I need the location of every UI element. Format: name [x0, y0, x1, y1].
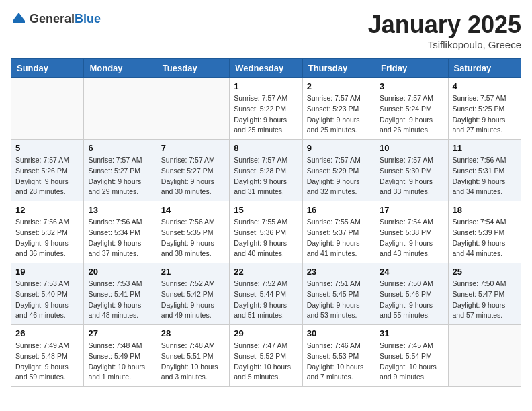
day-info: Sunrise: 7:53 AM Sunset: 5:41 PM Dayligh…	[88, 279, 152, 321]
weekday-header: Thursday	[302, 59, 375, 78]
calendar-cell	[84, 78, 157, 140]
calendar-cell: 26Sunrise: 7:49 AM Sunset: 5:48 PM Dayli…	[11, 325, 84, 387]
day-info: Sunrise: 7:56 AM Sunset: 5:34 PM Dayligh…	[88, 217, 152, 259]
calendar-cell: 30Sunrise: 7:46 AM Sunset: 5:53 PM Dayli…	[302, 325, 375, 387]
day-number: 3	[380, 81, 443, 91]
calendar-cell: 31Sunrise: 7:45 AM Sunset: 5:54 PM Dayli…	[375, 325, 448, 387]
calendar-week-row: 26Sunrise: 7:49 AM Sunset: 5:48 PM Dayli…	[11, 325, 521, 387]
day-number: 28	[161, 328, 225, 338]
calendar-cell: 4Sunrise: 7:57 AM Sunset: 5:25 PM Daylig…	[448, 78, 521, 140]
day-number: 17	[380, 205, 443, 215]
day-info: Sunrise: 7:57 AM Sunset: 5:25 PM Dayligh…	[453, 93, 517, 136]
day-info: Sunrise: 7:46 AM Sunset: 5:53 PM Dayligh…	[307, 340, 371, 383]
day-number: 1	[234, 81, 298, 91]
calendar-week-row: 5Sunrise: 7:57 AM Sunset: 5:26 PM Daylig…	[11, 140, 521, 201]
calendar-week-row: 1Sunrise: 7:57 AM Sunset: 5:22 PM Daylig…	[11, 78, 521, 140]
day-info: Sunrise: 7:49 AM Sunset: 5:48 PM Dayligh…	[15, 340, 79, 383]
weekday-header: Wednesday	[230, 59, 302, 78]
day-number: 13	[88, 205, 152, 215]
day-info: Sunrise: 7:54 AM Sunset: 5:38 PM Dayligh…	[380, 217, 443, 259]
calendar-week-row: 12Sunrise: 7:56 AM Sunset: 5:32 PM Dayli…	[11, 201, 521, 263]
calendar-cell: 19Sunrise: 7:53 AM Sunset: 5:40 PM Dayli…	[11, 263, 84, 325]
day-info: Sunrise: 7:50 AM Sunset: 5:47 PM Dayligh…	[453, 279, 517, 321]
day-info: Sunrise: 7:57 AM Sunset: 5:27 PM Dayligh…	[88, 155, 152, 197]
day-info: Sunrise: 7:57 AM Sunset: 5:30 PM Dayligh…	[380, 155, 443, 197]
calendar-cell: 8Sunrise: 7:57 AM Sunset: 5:28 PM Daylig…	[230, 140, 302, 201]
day-info: Sunrise: 7:52 AM Sunset: 5:42 PM Dayligh…	[161, 279, 225, 321]
day-info: Sunrise: 7:48 AM Sunset: 5:49 PM Dayligh…	[88, 340, 152, 383]
day-number: 21	[161, 267, 225, 277]
day-info: Sunrise: 7:47 AM Sunset: 5:52 PM Dayligh…	[234, 340, 298, 383]
day-number: 29	[234, 328, 298, 338]
weekday-header: Tuesday	[157, 59, 229, 78]
day-number: 27	[88, 328, 152, 338]
day-info: Sunrise: 7:56 AM Sunset: 5:35 PM Dayligh…	[161, 217, 225, 259]
calendar-cell: 23Sunrise: 7:51 AM Sunset: 5:45 PM Dayli…	[302, 263, 375, 325]
logo: GeneralBlue	[11, 11, 101, 27]
day-info: Sunrise: 7:57 AM Sunset: 5:22 PM Dayligh…	[234, 93, 298, 136]
day-info: Sunrise: 7:57 AM Sunset: 5:29 PM Dayligh…	[307, 155, 371, 197]
day-number: 16	[307, 205, 371, 215]
calendar-cell: 1Sunrise: 7:57 AM Sunset: 5:22 PM Daylig…	[230, 78, 302, 140]
day-info: Sunrise: 7:55 AM Sunset: 5:37 PM Dayligh…	[307, 217, 371, 259]
calendar-cell: 13Sunrise: 7:56 AM Sunset: 5:34 PM Dayli…	[84, 201, 157, 263]
calendar-week-row: 19Sunrise: 7:53 AM Sunset: 5:40 PM Dayli…	[11, 263, 521, 325]
day-info: Sunrise: 7:57 AM Sunset: 5:27 PM Dayligh…	[161, 155, 225, 197]
day-info: Sunrise: 7:57 AM Sunset: 5:28 PM Dayligh…	[234, 155, 298, 197]
calendar-table: SundayMondayTuesdayWednesdayThursdayFrid…	[11, 58, 521, 387]
weekday-header: Friday	[375, 59, 448, 78]
calendar-cell: 22Sunrise: 7:52 AM Sunset: 5:44 PM Dayli…	[230, 263, 302, 325]
day-number: 20	[88, 267, 152, 277]
location-title: Tsiflikopoulo, Greece	[368, 39, 521, 50]
calendar-cell: 11Sunrise: 7:56 AM Sunset: 5:31 PM Dayli…	[448, 140, 521, 201]
calendar-cell: 20Sunrise: 7:53 AM Sunset: 5:41 PM Dayli…	[84, 263, 157, 325]
calendar-cell	[11, 78, 84, 140]
calendar-cell: 16Sunrise: 7:55 AM Sunset: 5:37 PM Dayli…	[302, 201, 375, 263]
calendar-header-row: SundayMondayTuesdayWednesdayThursdayFrid…	[11, 59, 521, 78]
day-info: Sunrise: 7:50 AM Sunset: 5:46 PM Dayligh…	[380, 279, 443, 321]
day-number: 26	[15, 328, 79, 338]
day-number: 12	[15, 205, 79, 215]
day-number: 14	[161, 205, 225, 215]
day-number: 23	[307, 267, 371, 277]
svg-rect-1	[13, 21, 25, 23]
day-number: 7	[161, 143, 225, 153]
day-number: 4	[453, 81, 517, 91]
month-title: January 2025	[368, 11, 521, 39]
weekday-header: Sunday	[11, 59, 84, 78]
logo-icon	[11, 11, 27, 27]
day-number: 9	[307, 143, 371, 153]
calendar-cell	[157, 78, 229, 140]
day-info: Sunrise: 7:57 AM Sunset: 5:24 PM Dayligh…	[380, 93, 443, 136]
day-number: 19	[15, 267, 79, 277]
svg-marker-0	[13, 13, 25, 21]
day-info: Sunrise: 7:56 AM Sunset: 5:31 PM Dayligh…	[453, 155, 517, 197]
calendar-cell: 29Sunrise: 7:47 AM Sunset: 5:52 PM Dayli…	[230, 325, 302, 387]
day-info: Sunrise: 7:54 AM Sunset: 5:39 PM Dayligh…	[453, 217, 517, 259]
calendar-cell: 3Sunrise: 7:57 AM Sunset: 5:24 PM Daylig…	[375, 78, 448, 140]
day-number: 31	[380, 328, 443, 338]
calendar-cell: 5Sunrise: 7:57 AM Sunset: 5:26 PM Daylig…	[11, 140, 84, 201]
logo-text: GeneralBlue	[30, 12, 101, 26]
calendar-cell: 27Sunrise: 7:48 AM Sunset: 5:49 PM Dayli…	[84, 325, 157, 387]
day-info: Sunrise: 7:55 AM Sunset: 5:36 PM Dayligh…	[234, 217, 298, 259]
day-number: 2	[307, 81, 371, 91]
day-number: 15	[234, 205, 298, 215]
day-info: Sunrise: 7:57 AM Sunset: 5:26 PM Dayligh…	[15, 155, 79, 197]
page-header: GeneralBlue January 2025 Tsiflikopoulo, …	[11, 11, 521, 50]
weekday-header: Monday	[84, 59, 157, 78]
calendar-cell: 10Sunrise: 7:57 AM Sunset: 5:30 PM Dayli…	[375, 140, 448, 201]
day-info: Sunrise: 7:45 AM Sunset: 5:54 PM Dayligh…	[380, 340, 443, 383]
calendar-cell: 7Sunrise: 7:57 AM Sunset: 5:27 PM Daylig…	[157, 140, 229, 201]
day-info: Sunrise: 7:51 AM Sunset: 5:45 PM Dayligh…	[307, 279, 371, 321]
day-number: 11	[453, 143, 517, 153]
day-info: Sunrise: 7:57 AM Sunset: 5:23 PM Dayligh…	[307, 93, 371, 136]
calendar-cell: 25Sunrise: 7:50 AM Sunset: 5:47 PM Dayli…	[448, 263, 521, 325]
calendar-cell: 14Sunrise: 7:56 AM Sunset: 5:35 PM Dayli…	[157, 201, 229, 263]
calendar-cell: 18Sunrise: 7:54 AM Sunset: 5:39 PM Dayli…	[448, 201, 521, 263]
day-number: 25	[453, 267, 517, 277]
logo-general: General	[30, 12, 75, 26]
weekday-header: Saturday	[448, 59, 521, 78]
day-number: 22	[234, 267, 298, 277]
day-info: Sunrise: 7:48 AM Sunset: 5:51 PM Dayligh…	[161, 340, 225, 383]
